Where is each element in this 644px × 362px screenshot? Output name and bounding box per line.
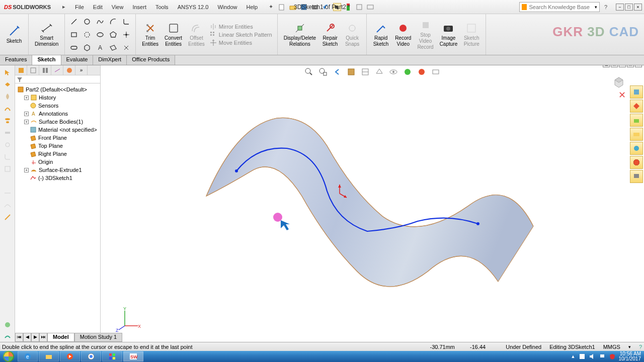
tab-sketch[interactable]: Sketch bbox=[32, 55, 61, 65]
lt-shell[interactable] bbox=[3, 164, 13, 174]
taskbar-explorer[interactable] bbox=[39, 351, 59, 361]
search-input[interactable] bbox=[529, 4, 595, 10]
move-entities[interactable]: Move Entities bbox=[210, 39, 272, 46]
ft-tab-tree[interactable] bbox=[15, 65, 27, 75]
screen-icon[interactable] bbox=[366, 3, 374, 11]
lt-loft[interactable] bbox=[3, 116, 13, 126]
image-capture-button[interactable]: Image Capture bbox=[437, 21, 461, 48]
vp-max[interactable]: □ bbox=[627, 65, 634, 67]
quick-snaps-button[interactable]: Quick Snaps bbox=[341, 21, 363, 48]
sketch-picture-button[interactable]: Sketch Picture bbox=[460, 21, 482, 48]
perimeter-circle-tool[interactable] bbox=[81, 29, 93, 41]
tree-3dsketch[interactable]: (-) 3DSketch1 bbox=[16, 174, 99, 182]
expand-icon[interactable]: + bbox=[24, 112, 29, 116]
tab-motion-study[interactable]: Motion Study 1 bbox=[74, 333, 122, 342]
restore-button[interactable]: □ bbox=[625, 4, 633, 11]
tray-up-icon[interactable]: ▲ bbox=[571, 354, 576, 359]
expand-icon[interactable]: + bbox=[24, 168, 29, 172]
tab-features[interactable]: Features bbox=[0, 55, 32, 65]
status-units[interactable]: MMGS bbox=[603, 344, 620, 350]
rp-view-palette[interactable] bbox=[630, 128, 643, 141]
lt-hole[interactable] bbox=[3, 140, 13, 150]
lt-curves[interactable] bbox=[3, 200, 13, 210]
ellipse-tool[interactable] bbox=[94, 29, 106, 41]
bt-last[interactable]: ⏭ bbox=[39, 333, 47, 342]
vp-btn2[interactable]: □ bbox=[611, 65, 618, 67]
menu-window[interactable]: Window bbox=[213, 2, 241, 12]
plane-tool[interactable] bbox=[107, 42, 119, 54]
star-icon[interactable]: ✦ bbox=[267, 3, 275, 11]
menu-insert[interactable]: Insert bbox=[128, 2, 150, 12]
rectangle-tool[interactable] bbox=[68, 29, 80, 41]
spline-tool[interactable] bbox=[94, 16, 106, 28]
tree-right-plane[interactable]: Right Plane bbox=[16, 150, 99, 158]
hexagon-tool[interactable] bbox=[81, 42, 93, 54]
ft-tab-render[interactable] bbox=[63, 65, 75, 75]
rp-resources[interactable] bbox=[630, 85, 643, 99]
linear-pattern[interactable]: Linear Sketch Pattern bbox=[210, 31, 272, 38]
rapid-sketch-button[interactable]: Rapid Sketch bbox=[370, 21, 392, 48]
tray-action-center[interactable] bbox=[579, 353, 586, 360]
taskbar-app[interactable] bbox=[102, 351, 122, 361]
close-sketch-icon[interactable]: ✕ bbox=[618, 89, 626, 101]
vp-btn1[interactable]: ⊞ bbox=[603, 65, 610, 67]
rp-appearances[interactable] bbox=[630, 142, 643, 155]
trim-button[interactable]: Trim Entities bbox=[139, 21, 162, 48]
convert-button[interactable]: Convert Entities bbox=[162, 21, 185, 48]
tab-model[interactable]: Model bbox=[47, 333, 74, 342]
lt-misc1[interactable] bbox=[3, 320, 13, 330]
repair-sketch-button[interactable]: Repair Sketch bbox=[319, 21, 341, 48]
slot-tool[interactable] bbox=[68, 42, 80, 54]
tab-office[interactable]: Office Products bbox=[127, 55, 175, 65]
rp-forum[interactable] bbox=[630, 170, 643, 183]
bt-prev[interactable]: ◀ bbox=[23, 333, 31, 342]
lt-3dsketch[interactable] bbox=[3, 212, 13, 222]
status-dropdown-icon[interactable]: ▾ bbox=[628, 344, 631, 349]
tree-root[interactable]: Part2 (Default<<Default> bbox=[16, 85, 99, 94]
lt-sweep[interactable] bbox=[3, 104, 13, 114]
line-tool[interactable] bbox=[68, 16, 80, 28]
text-tool[interactable]: A bbox=[94, 42, 106, 54]
tree-sensors[interactable]: Sensors bbox=[16, 102, 99, 110]
options-icon[interactable] bbox=[355, 3, 363, 11]
bt-first[interactable]: ⏮ bbox=[15, 333, 23, 342]
ft-tab-prop[interactable] bbox=[27, 65, 39, 75]
ft-tab-config[interactable] bbox=[39, 65, 51, 75]
mirror-entities[interactable]: Mirror Entities bbox=[210, 23, 272, 30]
search-dropdown-icon[interactable]: ▾ bbox=[595, 5, 597, 10]
point-tool[interactable] bbox=[120, 29, 132, 41]
expand-icon[interactable]: + bbox=[24, 120, 29, 124]
sketch-button[interactable]: Sketch bbox=[3, 24, 25, 45]
taskbar-solidworks[interactable]: SW bbox=[123, 351, 143, 361]
lt-fillet[interactable] bbox=[3, 152, 13, 162]
tray-volume-icon[interactable] bbox=[589, 353, 596, 360]
rp-custom-props[interactable] bbox=[630, 156, 643, 169]
tree-surface-extrude[interactable]: +Surface-Extrude1 bbox=[16, 166, 99, 174]
menu-edit[interactable]: Edit bbox=[89, 2, 107, 12]
ft-tab-more[interactable]: » bbox=[75, 65, 88, 75]
minimize-button[interactable]: − bbox=[616, 4, 624, 11]
record-video-button[interactable]: Record Video bbox=[392, 21, 414, 48]
tree-history[interactable]: +History bbox=[16, 94, 99, 102]
vp-close[interactable]: × bbox=[635, 65, 642, 67]
arc-tool[interactable] bbox=[107, 16, 119, 28]
rp-file-explorer[interactable] bbox=[630, 114, 643, 127]
smart-dimension-button[interactable]: Smart Dimension bbox=[32, 21, 61, 48]
rp-design-lib[interactable] bbox=[630, 100, 643, 113]
fillet-tool[interactable] bbox=[120, 16, 132, 28]
search-box[interactable]: ▾ bbox=[519, 2, 600, 12]
tree-annotations[interactable]: +AAnnotations bbox=[16, 110, 99, 118]
lt-misc2[interactable] bbox=[3, 332, 13, 342]
taskbar-chrome[interactable] bbox=[81, 351, 101, 361]
menu-tools[interactable]: Tools bbox=[151, 2, 173, 12]
tree-surface-bodies[interactable]: +Surface Bodies(1) bbox=[16, 118, 99, 126]
clock[interactable]: 10:56 AM 10/1/2017 bbox=[619, 351, 641, 361]
taskbar-media[interactable] bbox=[60, 351, 80, 361]
lt-ref-geom[interactable] bbox=[3, 188, 13, 198]
start-button[interactable] bbox=[3, 351, 14, 362]
display-relations-button[interactable]: Display/Delete Relations bbox=[281, 21, 319, 48]
ft-tab-dim[interactable] bbox=[51, 65, 63, 75]
tray-shield-icon[interactable] bbox=[609, 353, 616, 360]
tray-network-icon[interactable] bbox=[599, 353, 606, 360]
lt-revolve[interactable] bbox=[3, 92, 13, 102]
